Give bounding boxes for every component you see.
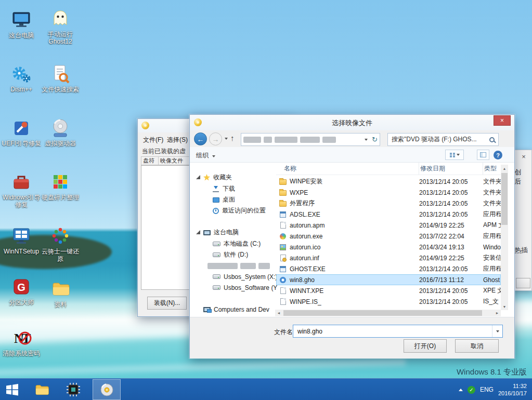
open-button[interactable]: 打开(O) [404, 339, 447, 353]
nav-drive-censored[interactable] [207, 260, 280, 271]
close-icon[interactable]: × [518, 152, 529, 161]
system-tray: ✓ ENG 11:32 2016/10/17 [459, 379, 532, 400]
desktop-icon-uefi-repair[interactable]: UEFI引导修复 [2, 115, 41, 147]
search-input[interactable]: 搜索"DVD 驱动器 (F:) GHOS... [387, 133, 499, 146]
clipped-button[interactable] [516, 278, 530, 288]
preview-pane-icon [480, 152, 486, 157]
desktop-icon-virtual-drive[interactable]: 虚拟驱动器 [41, 115, 80, 147]
input-language[interactable]: ENG [480, 386, 494, 393]
desktop-icon-label: Widnows引导修复 [2, 194, 41, 208]
setup-monitor-icon [2, 223, 41, 246]
dialog-titlebar[interactable]: 选择映像文件 × [190, 115, 514, 130]
address-bar[interactable]: ↻ [241, 133, 380, 146]
clipped-text: 后 [514, 177, 521, 186]
desktop-icon-partition-master[interactable]: G 分区大师 [2, 274, 41, 306]
file-row-11[interactable]: WINPE.IS_2013/12/14 20:05IS_文 [276, 296, 501, 307]
desktop-icon-windows-boot-repair[interactable]: Widnows引导修复 [2, 169, 41, 208]
computer-icon [203, 230, 211, 235]
up-button[interactable]: ↑ [230, 134, 235, 142]
menu-file[interactable]: 文件(F) [143, 136, 163, 144]
refresh-icon[interactable]: ↻ [372, 136, 378, 143]
file-row-7[interactable]: autorun.inf2014/9/19 22:25安装信 [276, 252, 501, 263]
forward-button[interactable]: → [209, 132, 222, 145]
vertical-scrollbar[interactable]: ▲ ▼ [501, 165, 508, 310]
taskbar-clock[interactable]: 11:32 2016/10/17 [498, 382, 527, 397]
column-date-modified[interactable]: 修改日期 [419, 163, 483, 175]
mounted-status-text: 当前已装载的虚 [142, 147, 186, 156]
scrollbar-thumb[interactable] [501, 173, 508, 225]
hidden-icons-chevron[interactable] [459, 389, 463, 391]
start-button[interactable] [0, 379, 24, 400]
uefi-tool-icon [2, 115, 41, 138]
desktop-icon-label: 清除系统密码 [2, 350, 41, 357]
desktop-icon-label: 这台电脑 [2, 32, 41, 39]
file-row-3[interactable]: ADSL.EXE2013/12/14 20:05应用程 [276, 209, 501, 220]
close-button[interactable]: × [494, 115, 511, 126]
desktop-icon-winntsetup[interactable]: WinNTSetup [2, 223, 41, 255]
desktop-icon-this-pc[interactable]: 这台电脑 [2, 7, 41, 39]
filename-combobox[interactable]: win8.gho [293, 325, 503, 338]
diskgenius-icon: G [2, 274, 41, 297]
file-row-5[interactable]: autorun.exe2013/7/22 22:04应用程 [276, 231, 501, 242]
grid-view-icon [450, 153, 455, 157]
background-tool-window: × 创 后 热插 [512, 150, 532, 291]
file-row-1[interactable]: WXPE2013/12/14 20:05文件夹 [276, 187, 501, 198]
file-row-6[interactable]: autorun.ico2014/3/24 19:13Windo [276, 242, 501, 252]
search-icon[interactable] [489, 137, 496, 143]
desktop-icon-file-search[interactable]: 文件快速搜索 [41, 61, 80, 93]
status-check-icon[interactable]: ✓ [468, 386, 475, 394]
desktop-icon-manual-ghost[interactable]: 手动运行Ghost12 [41, 6, 80, 45]
back-button[interactable]: ← [194, 132, 207, 145]
view-mode-button[interactable] [445, 150, 464, 160]
desktop-icon-defrag[interactable]: 硬盘碎片整理 [41, 169, 80, 201]
folder-icon [41, 276, 80, 299]
chevron-down-icon[interactable] [492, 325, 502, 337]
chip-tool-button[interactable] [60, 379, 86, 400]
desktop-icon-label: Dism++ [2, 86, 41, 93]
computer-icon [2, 7, 41, 30]
desktop-icon-yunqishi[interactable]: 云骑士一键还原 [41, 223, 80, 262]
cancel-button[interactable]: 取消 [455, 339, 499, 353]
address-dropdown-icon[interactable] [365, 139, 368, 141]
desktop-icon-label: 硬盘碎片整理 [41, 194, 80, 201]
desktop-icon-label: 云骑士一键还原 [41, 248, 80, 262]
file-row-8[interactable]: GHOST.EXE2013/12/14 20:05应用程 [276, 263, 501, 274]
toolbox-icon [2, 169, 41, 192]
desktop-icon-dism[interactable]: Dism++ [2, 61, 41, 93]
file-row-selected-win8-gho[interactable]: win8.gho2016/7/13 11:12Ghost [276, 274, 501, 285]
censored-block [243, 137, 261, 143]
file-row-4[interactable]: autorun.apm2014/9/19 22:25APM 文 [276, 220, 501, 231]
organize-menu[interactable]: 组织 [196, 151, 215, 160]
menu-select[interactable]: 选择(S) [167, 136, 188, 144]
ghost-app-taskbar-button[interactable] [93, 379, 121, 400]
scroll-left-icon[interactable]: ◄ [275, 310, 282, 316]
scroll-up-icon[interactable]: ▲ [501, 165, 508, 172]
clock-icon [213, 208, 219, 214]
file-row-0[interactable]: WINPE安装2013/12/14 20:05文件夹 [276, 176, 501, 187]
file-row-10[interactable]: WINNT.XPE2013/12/14 20:05XPE 文 [276, 285, 501, 296]
mount-button[interactable]: 装载(N)... [147, 297, 187, 310]
desktop-icon-clear-password[interactable]: NT 清除系统密码 [2, 325, 41, 357]
expander-icon[interactable] [196, 230, 200, 234]
browse-area: 收藏夹 下载 桌面 最近访问的位置 这台电脑 本地磁盘 (C:) 软件 (D:)… [190, 163, 514, 317]
preview-pane-button[interactable] [477, 150, 489, 160]
image-icon [280, 244, 286, 250]
document-search-icon [41, 61, 80, 84]
nt-password-icon: NT [2, 325, 41, 348]
column-name[interactable]: 名称 [276, 163, 419, 175]
desktop-icon-label: UEFI引导修复 [2, 140, 41, 147]
help-button[interactable]: ? [494, 151, 502, 159]
column-drive-letter[interactable]: 盘符 [141, 156, 159, 165]
file-explorer-button[interactable] [30, 379, 54, 400]
scroll-down-icon[interactable]: ▼ [501, 303, 508, 310]
document-icon [280, 298, 286, 305]
scrollbar-thumb[interactable] [283, 310, 482, 316]
scroll-right-icon[interactable]: ► [494, 310, 501, 316]
horizontal-scrollbar[interactable]: ◄ ► [275, 310, 501, 316]
desktop-icon-data-folder[interactable]: 资料 [41, 276, 80, 308]
network-icon [203, 307, 211, 312]
file-row-2[interactable]: 外置程序2013/12/14 20:05文件夹 [276, 198, 501, 209]
history-dropdown-icon[interactable] [225, 138, 228, 140]
column-type[interactable]: 类型 [483, 163, 501, 175]
expander-icon[interactable] [196, 175, 200, 179]
